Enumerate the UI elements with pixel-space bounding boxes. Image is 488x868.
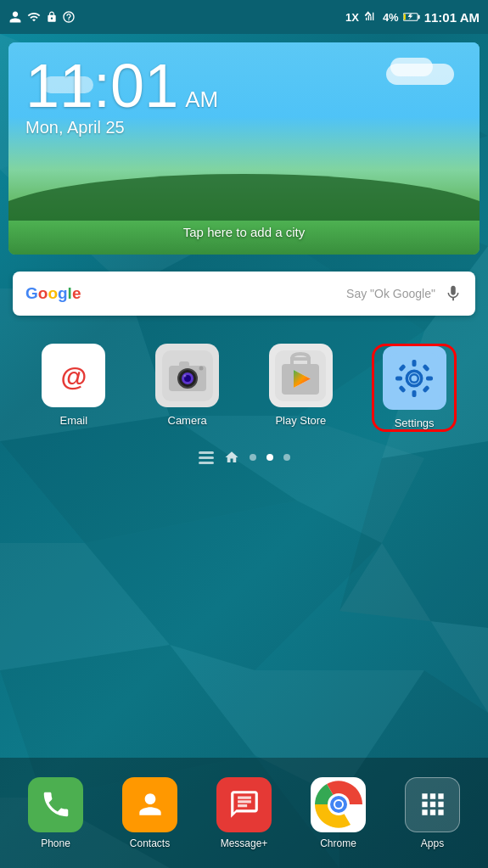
message-plus-icon-bg	[216, 777, 272, 832]
phone-svg	[40, 788, 72, 820]
home-screen-bg: 11:01 AM Mon, April 25 Tap here to add a…	[0, 34, 488, 868]
app-play-store[interactable]: Play Store	[258, 344, 343, 432]
weather-ampm: AM	[185, 87, 218, 113]
email-label: Email	[60, 414, 88, 427]
svg-text:@: @	[60, 361, 87, 391]
phone-label: Phone	[41, 837, 70, 849]
google-logo: Google	[25, 284, 81, 303]
status-icons-right: 1X 4% 11:01 AM	[345, 10, 480, 25]
status-bar: 1X 4% 11:01 AM	[0, 0, 488, 34]
dock-apps[interactable]: Apps	[405, 777, 460, 849]
camera-label: Camera	[168, 414, 207, 427]
dock-phone[interactable]: Phone	[28, 777, 83, 849]
microphone-icon[interactable]	[444, 284, 463, 303]
lock-icon	[46, 10, 58, 24]
settings-gear-icon	[389, 353, 440, 404]
app-camera[interactable]: Camera	[145, 344, 230, 432]
svg-rect-38	[412, 360, 417, 367]
svg-rect-1	[418, 15, 419, 19]
page-indicator-home[interactable]	[224, 450, 239, 465]
email-icon-bg: @	[42, 344, 105, 407]
svg-point-47	[412, 375, 418, 381]
message-plus-svg	[228, 788, 261, 820]
play-store-icon-bg	[269, 344, 333, 407]
dock: Phone Contacts Message+	[0, 758, 488, 868]
svg-rect-41	[426, 376, 433, 380]
page-dot-1[interactable]	[250, 454, 256, 461]
play-store-label: Play Store	[275, 414, 326, 427]
svg-point-29	[183, 374, 186, 377]
weather-date: Mon, April 25	[25, 118, 463, 137]
apps-label: Apps	[421, 837, 444, 849]
svg-rect-30	[179, 361, 189, 367]
dock-message-plus[interactable]: Message+	[216, 777, 272, 849]
settings-icon-bg	[383, 346, 446, 410]
page-indicators	[0, 450, 488, 465]
google-search-bar[interactable]: Google Say "Ok Google"	[13, 272, 475, 316]
apps-grid-svg	[417, 788, 449, 820]
chrome-label: Chrome	[320, 837, 356, 849]
status-time: 11:01 AM	[424, 10, 480, 25]
chrome-svg	[313, 779, 364, 830]
svg-point-52	[335, 801, 342, 808]
signal-type: 1X	[345, 11, 359, 24]
weather-time-display: 11:01	[25, 55, 178, 116]
page-dot-2[interactable]	[266, 454, 273, 461]
dock-contacts[interactable]: Contacts	[122, 777, 177, 849]
email-at-icon: @	[53, 355, 95, 397]
chrome-icon-bg	[311, 777, 366, 832]
message-plus-label: Message+	[221, 837, 268, 849]
person-icon	[8, 10, 22, 24]
weather-tap-hint[interactable]: Tap here to add a city	[8, 225, 480, 239]
app-email[interactable]: @ Email	[31, 344, 116, 432]
settings-label: Settings	[395, 417, 435, 429]
contacts-label: Contacts	[130, 837, 170, 849]
play-store-svg	[275, 350, 326, 401]
battery-icon	[403, 11, 420, 23]
weather-content: 11:01 AM Mon, April 25	[8, 42, 480, 255]
contacts-svg	[134, 788, 166, 820]
page-dot-3[interactable]	[283, 454, 290, 461]
page-indicator-lines[interactable]	[199, 451, 214, 464]
camera-icon-bg	[155, 344, 219, 407]
contacts-icon-bg	[122, 777, 177, 832]
camera-svg	[162, 350, 213, 401]
svg-rect-2	[403, 14, 405, 20]
app-settings[interactable]: Settings	[372, 344, 457, 432]
battery-percent: 4%	[383, 11, 399, 24]
app-grid: @ Email	[0, 344, 488, 432]
phone-icon-bg	[28, 777, 83, 832]
dock-chrome[interactable]: Chrome	[311, 777, 366, 849]
weather-widget[interactable]: 11:01 AM Mon, April 25 Tap here to add a…	[8, 42, 480, 255]
svg-point-31	[199, 366, 203, 370]
status-icons-left	[8, 10, 76, 24]
apps-icon-bg	[405, 777, 460, 832]
wifi-icon	[26, 10, 42, 24]
signal-bars-icon	[363, 10, 379, 24]
search-hint-text[interactable]: Say "Ok Google"	[89, 287, 435, 300]
svg-rect-39	[412, 390, 417, 397]
svg-rect-40	[395, 376, 402, 380]
help-icon	[62, 10, 76, 24]
